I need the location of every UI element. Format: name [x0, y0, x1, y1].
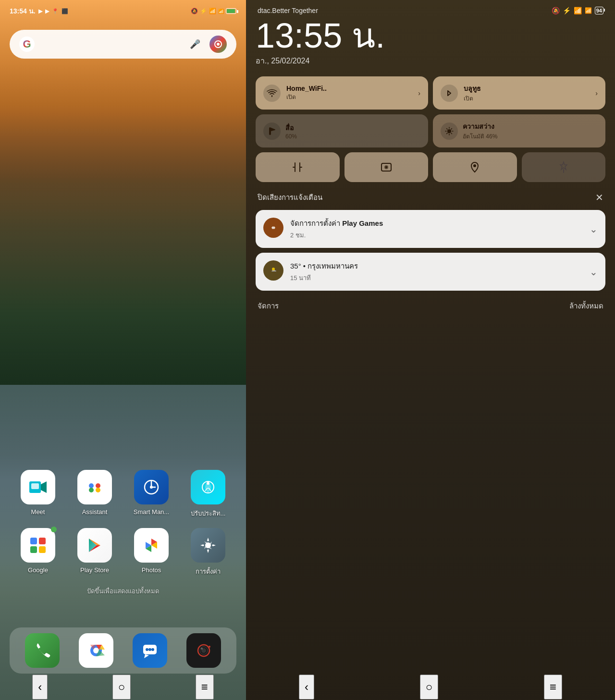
app-item-play-store[interactable]: Play Store: [71, 528, 119, 577]
dock-phone[interactable]: [25, 633, 60, 668]
notif-card-weather[interactable]: 35° • กรุงเทพมหานคร 15 นาที ⌄: [256, 253, 605, 291]
recents-button-left[interactable]: ≡: [196, 675, 214, 700]
svg-point-27: [146, 648, 148, 651]
assistant-app-icon[interactable]: [77, 470, 112, 504]
app-item-smart-manager[interactable]: Smart Man...: [127, 470, 175, 518]
dock-chrome[interactable]: [79, 633, 113, 668]
dock-messages[interactable]: [133, 633, 167, 668]
home-button-left[interactable]: ○: [112, 675, 131, 700]
time-left: 13:54 น.: [10, 6, 36, 16]
playgames-notif-text: จัดการการตั้งค่า Play Games 2 ชม.: [290, 218, 583, 240]
svg-rect-14: [30, 538, 37, 544]
bottom-nav-right: ‹ ○ ≡: [246, 674, 615, 700]
mic-icon[interactable]: 🎤: [186, 36, 204, 53]
dismiss-section: ปิดเสียงการแจ้งเตือน ✕: [256, 192, 605, 203]
home-screen: 13:54 น. ▶ ▶ 📍 ⬛ 🔕 ⚡ 📶 📶 G 🎤: [0, 0, 246, 700]
google-notification-dot: [51, 527, 57, 532]
svg-marker-21: [89, 539, 97, 552]
app-item-optimizer[interactable]: ปรับประสิท...: [184, 470, 232, 518]
weather-expand-icon[interactable]: ⌄: [590, 266, 598, 278]
home-button-right[interactable]: ○: [420, 675, 439, 700]
big-time: 13:55 น.: [256, 18, 605, 53]
wifi-tile[interactable]: Home_WiFi.. เปิด ›: [256, 76, 428, 110]
back-button-left[interactable]: ‹: [32, 675, 48, 700]
app-item-settings[interactable]: การตั้งค่า: [184, 528, 232, 577]
bluetooth-sub: เปิด: [464, 94, 590, 103]
svg-point-9: [96, 488, 100, 492]
status-icons-right: 🔕 ⚡ 📶 📶 94: [552, 7, 603, 14]
wifi-icon-left: 📶: [209, 8, 216, 14]
torch-tile[interactable]: [522, 152, 606, 182]
dismiss-close-button[interactable]: ✕: [595, 192, 603, 203]
dock: [10, 627, 236, 674]
bluetooth-icon-right: ⚡: [563, 7, 571, 14]
swipe-hint: ปัดขึ้นเพื่อแสดงแอปทั้งหมด: [10, 586, 236, 596]
meet-app-icon[interactable]: [21, 470, 55, 504]
quick-settings-row3: [256, 152, 605, 182]
photos-label: Photos: [142, 566, 161, 574]
location-tile[interactable]: [433, 152, 517, 182]
wifi-arrow: ›: [418, 89, 420, 97]
google-search-bar[interactable]: G 🎤: [10, 30, 236, 59]
nfc-tile[interactable]: [256, 152, 340, 182]
bluetooth-tile-icon: [441, 85, 458, 102]
google-lens-icon[interactable]: [209, 36, 227, 53]
app-item-google[interactable]: Google: [14, 528, 62, 577]
dock-camera[interactable]: [186, 633, 221, 668]
settings-label: การตั้งค่า: [196, 566, 221, 577]
svg-point-13: [207, 482, 209, 485]
brightness-tile[interactable]: A ความสว่าง อัตโนมัติ 46%: [433, 114, 605, 147]
google-label: Google: [28, 566, 48, 574]
wifi-tile-icon: [263, 85, 281, 102]
playgames-notif-icon: [263, 218, 283, 238]
brightness-sub: อัตโนมัติ 46%: [463, 132, 598, 141]
bluetooth-tile[interactable]: บลูทูธ เปิด ›: [433, 76, 605, 110]
battery-fill: [227, 9, 235, 13]
svg-point-11: [150, 486, 153, 489]
notif-card-playgames[interactable]: จัดการการตั้งค่า Play Games 2 ชม. ⌄: [256, 210, 605, 248]
g-letter: G: [23, 38, 31, 50]
settings-app-icon[interactable]: [191, 528, 225, 563]
bluetooth-tile-text: บลูทูธ เปิด: [464, 83, 590, 103]
play-store-app-icon[interactable]: [77, 528, 112, 563]
weather-notif-text: 35° • กรุงเทพมหานคร 15 นาที: [290, 260, 583, 283]
media-tile-icon: [263, 123, 281, 140]
playgames-notif-title: จัดการการตั้งค่า Play Games: [290, 218, 583, 229]
carrier-name: dtac.Better Together: [258, 7, 318, 14]
svg-point-39: [385, 166, 387, 168]
app-item-meet[interactable]: Meet: [14, 470, 62, 518]
svg-point-33: [201, 648, 203, 650]
manage-button[interactable]: จัดการ: [258, 300, 279, 312]
screen-record-tile[interactable]: [344, 152, 429, 182]
smart-manager-app-icon[interactable]: [134, 470, 169, 504]
optimizer-app-icon[interactable]: [191, 470, 225, 504]
assistant-label: Assistant: [82, 508, 108, 516]
battery-pct-right: 94: [596, 8, 602, 13]
media-tile[interactable]: สื่อ 60%: [256, 114, 428, 147]
svg-point-40: [473, 164, 476, 167]
playgames-notif-time: 2 ชม.: [290, 230, 583, 240]
bluetooth-label: บลูทูธ: [464, 83, 590, 94]
app-item-photos[interactable]: Photos: [127, 528, 175, 577]
svg-point-8: [89, 488, 94, 492]
app-item-assistant[interactable]: Assistant: [71, 470, 119, 518]
youtube-icon: ▶: [38, 8, 42, 14]
svg-point-5: [86, 479, 103, 496]
google-app-icon[interactable]: [21, 528, 55, 563]
status-bar-right: dtac.Better Together 🔕 ⚡ 📶 📶 94: [246, 0, 615, 18]
recents-button-right[interactable]: ≡: [544, 675, 562, 700]
weather-notif-time: 15 นาที: [290, 273, 583, 283]
svg-point-28: [148, 648, 151, 651]
notification-shade: dtac.Better Together 🔕 ⚡ 📶 📶 94 13:55 น.…: [246, 0, 615, 700]
clear-all-button[interactable]: ล้างทั้งหมด: [569, 300, 603, 312]
smart-manager-label: Smart Man...: [134, 508, 169, 516]
media-sub: 60%: [285, 133, 420, 140]
app-grid: Meet Assistant: [0, 470, 246, 604]
photos-app-icon[interactable]: [134, 528, 169, 563]
playgames-expand-icon[interactable]: ⌄: [590, 223, 598, 235]
wifi-label: Home_WiFi..: [286, 85, 412, 92]
svg-point-34: [209, 646, 210, 648]
svg-rect-15: [30, 546, 37, 553]
back-button-right[interactable]: ‹: [299, 675, 314, 700]
brightness-label: ความสว่าง: [463, 121, 598, 132]
